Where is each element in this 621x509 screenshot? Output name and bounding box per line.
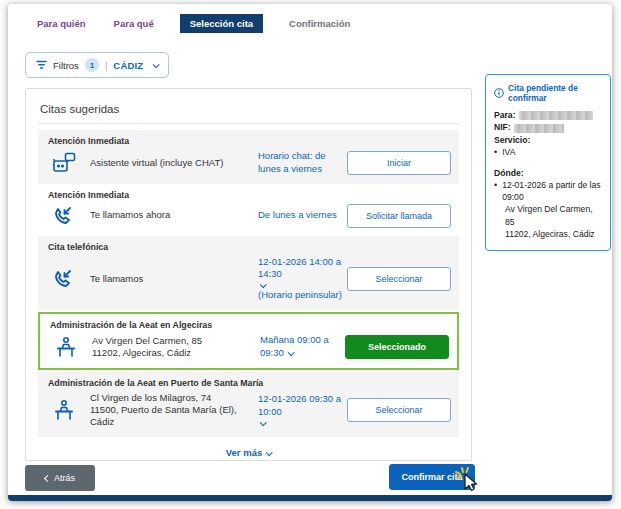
pending-appointment-summary: Cita pendiente de confirmar Para: NIF: S… <box>485 74 611 251</box>
filters-chip[interactable]: Filtros 1 | CÁDIZ <box>25 52 169 78</box>
confirmar-cita-button[interactable]: Confirmar cita <box>389 464 475 490</box>
chevron-down-icon <box>260 282 267 289</box>
tab-confirmacion: Confirmación <box>287 14 352 33</box>
donde-value: •12-01-2026 a partir de las 09:00 <box>494 179 602 203</box>
info-icon <box>494 88 504 98</box>
group-header: Administración de la Aeat en Puerto de S… <box>38 372 459 390</box>
card-title: Citas sugeridas <box>38 101 459 123</box>
appointment-group-llamada-ahora: Atención Inmediata Te llamamos ahora De … <box>38 184 459 236</box>
chevron-down-icon <box>153 61 160 68</box>
servicio-label: Servicio: <box>494 134 602 146</box>
appointment-group-cita-telefonica: Cita telefónica Te llamamos 12-01-2026 1… <box>38 236 459 310</box>
wizard-steps: Para quién Para qué Selección cita Confi… <box>35 14 352 33</box>
chevron-down-icon <box>266 449 273 456</box>
servicio-value: •IVA <box>494 146 602 159</box>
filter-funnel-icon <box>36 60 47 70</box>
appointment-wizard-page: Para quién Para qué Selección cita Confi… <box>8 4 612 501</box>
appointment-item-label: Te llamamos <box>90 273 258 285</box>
appointment-group-puerto-santa-maria: Administración de la Aeat en Puerto de S… <box>38 372 459 437</box>
desk-agent-icon <box>50 336 92 358</box>
chatbot-icon <box>48 152 90 174</box>
phone-incoming-icon <box>48 205 90 227</box>
appointment-group-algeciras-selected: Administración de la Aeat en Algeciras A… <box>38 312 459 370</box>
group-header: Atención Inmediata <box>38 130 459 148</box>
group-header: Atención Inmediata <box>38 184 459 202</box>
desk-agent-icon <box>48 399 90 421</box>
appointment-group-asistente-virtual: Atención Inmediata Asistente virtual (in… <box>38 130 459 184</box>
redacted-value <box>514 124 564 133</box>
summary-title: Cita pendiente de confirmar <box>508 83 602 103</box>
office-address: Av Virgen Del Carmen, 85 11202, Algecira… <box>92 335 260 360</box>
office-address: Cl Virgen de los Milagros, 74 11500, Pue… <box>90 392 258 429</box>
seleccionar-button-telefonica[interactable]: Seleccionar <box>347 267 451 291</box>
suggested-appointments-card: Citas sugeridas Atención Inmediata Asist… <box>25 88 472 461</box>
solicitar-llamada-button[interactable]: Solicitar llamada <box>347 204 451 228</box>
page-bottom-bar <box>8 495 612 501</box>
appointment-item-label: Te llamamos ahora <box>90 209 258 221</box>
para-label: Para: <box>494 109 602 121</box>
nif-label: NIF: <box>494 121 602 133</box>
tab-para-quien[interactable]: Para quién <box>35 14 88 33</box>
chevron-left-icon <box>44 474 51 481</box>
donde-label: Dónde: <box>494 167 602 179</box>
redacted-value <box>519 111 593 120</box>
donde-address-line: 11202, Algeciras, Cádiz <box>494 228 602 240</box>
iniciar-button[interactable]: Iniciar <box>347 151 451 175</box>
schedule-link[interactable]: De lunes a viernes <box>258 209 347 222</box>
schedule-note: (Horario peninsular) <box>258 289 342 300</box>
tab-para-que[interactable]: Para qué <box>112 14 156 33</box>
appointment-item-label: Asistente virtual (incluye CHAT) <box>90 157 258 169</box>
slot-dropdown[interactable]: Mañana 09:00 a 09:30 <box>260 334 345 360</box>
schedule-link[interactable]: Horario chat: de lunes a viernes <box>258 150 347 176</box>
ver-mas-link[interactable]: Ver más <box>38 437 459 462</box>
tab-seleccion-cita[interactable]: Selección cita <box>180 14 263 33</box>
chevron-down-icon <box>287 349 294 356</box>
donde-address-line: Av Virgen Del Carmen, 85 <box>494 203 602 227</box>
slot-dropdown[interactable]: 12-01-2026 09:30 a 10:00 <box>258 393 347 427</box>
group-header: Cita telefónica <box>38 236 459 254</box>
chevron-down-icon <box>260 419 267 426</box>
divider <box>38 123 459 124</box>
region-selector[interactable]: CÁDIZ <box>113 60 143 71</box>
filters-label: Filtros <box>53 60 79 71</box>
filters-count-badge: 1 <box>85 58 99 72</box>
atras-button[interactable]: Atrás <box>25 465 95 491</box>
group-header: Administración de la Aeat en Algeciras <box>40 314 457 332</box>
phone-incoming-icon <box>48 268 90 290</box>
seleccionar-button-puerto[interactable]: Seleccionar <box>347 398 451 422</box>
chip-separator: | <box>105 60 107 71</box>
slot-dropdown[interactable]: 12-01-2026 14:00 a 14:30 (Horario penins… <box>258 256 347 302</box>
seleccionado-button[interactable]: Seleccionado <box>345 335 449 359</box>
